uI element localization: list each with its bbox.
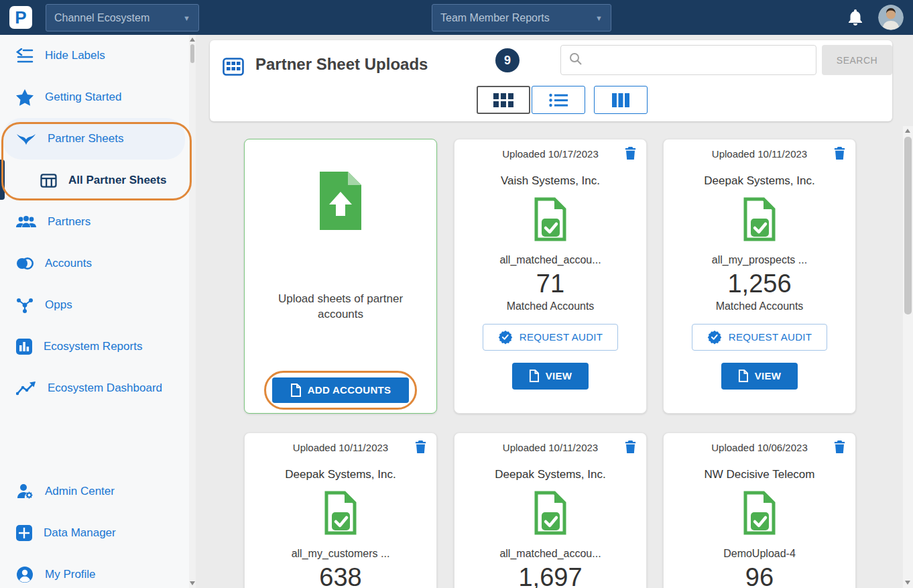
sidebar-item-label: Accounts (45, 257, 92, 270)
company-name: Deepak Systems, Inc. (285, 468, 395, 481)
sidebar-item-label: Ecosystem Dashboard (48, 381, 162, 395)
view-button[interactable]: VIEW (721, 363, 798, 390)
company-name: Deepak Systems, Inc. (495, 468, 605, 481)
user-avatar[interactable] (878, 5, 904, 30)
document-icon (290, 384, 301, 397)
trend-line-icon (16, 381, 36, 396)
sidebar-item-all-partner-sheets[interactable]: All Partner Sheets (0, 160, 196, 201)
document-icon (738, 369, 748, 382)
view-toggle-list[interactable] (532, 86, 585, 114)
matched-count: 1,697 (518, 564, 582, 588)
workspace-dropdown[interactable]: Channel Ecosystem ▼ (46, 4, 199, 32)
sheet-uploaded-icon (531, 197, 570, 244)
sheet-uploaded-icon (321, 491, 360, 538)
sidebar-item-label: Opps (45, 298, 72, 312)
uploaded-date: Uploaded 10/11/2023 (293, 442, 388, 453)
company-name: NW Decisive Telecom (704, 468, 814, 481)
sheet-filename: all_my_prospects ... (712, 254, 807, 266)
active-item-indicator (0, 160, 5, 200)
sheet-filename: all_my_customers ... (292, 548, 390, 560)
search-box (560, 45, 816, 75)
delete-icon[interactable] (833, 146, 846, 162)
sidebar-item-partners[interactable]: Partners (0, 201, 196, 243)
bar-chart-icon (16, 339, 32, 355)
sidebar-item-label: Hide Labels (45, 49, 105, 62)
sheet-card: Uploaded 10/17/2023 Vaish Systems, Inc. … (454, 139, 647, 414)
sidebar-item-hide-labels[interactable]: Hide Labels (0, 35, 196, 76)
view-toggle-grid[interactable] (477, 86, 530, 114)
scroll-down-arrow-icon[interactable] (190, 581, 195, 585)
company-name: Vaish Systems, Inc. (501, 174, 600, 188)
content-scrollbar-thumb[interactable] (904, 137, 912, 314)
topbar: P Channel Ecosystem ▼ Team Member Report… (0, 0, 913, 35)
network-nodes-icon (16, 297, 34, 313)
grid-view-icon (493, 93, 513, 107)
list-view-icon (549, 93, 568, 107)
sidebar-item-opps[interactable]: Opps (0, 284, 196, 326)
scroll-up-arrow-icon[interactable] (190, 38, 195, 42)
content-scrollbar[interactable] (903, 126, 913, 588)
sidebar-item-label: My Profile (45, 568, 96, 581)
table-icon (40, 174, 57, 188)
scroll-up-arrow-icon[interactable] (905, 129, 910, 133)
workspace-dropdown-label: Channel Ecosystem (54, 12, 149, 24)
sidebar-item-label: Getting Started (45, 91, 121, 104)
delete-icon[interactable] (624, 146, 637, 162)
person-circle-icon (16, 566, 34, 583)
sheet-uploaded-icon (740, 491, 779, 538)
sidebar-item-data-manager[interactable]: Data Manager (0, 512, 196, 554)
view-toggle-columns[interactable] (594, 86, 648, 114)
scroll-down-arrow-icon[interactable] (905, 581, 910, 585)
sheet-filename: all_matched_accou... (499, 548, 601, 560)
search-button[interactable]: SEARCH (822, 45, 892, 75)
company-name: Deepak Systems, Inc. (704, 174, 814, 188)
sidebar-item-ecosystem-dashboard[interactable]: Ecosystem Dashboard (0, 367, 196, 409)
chevron-down-icon: ▼ (183, 14, 190, 22)
sidebar-item-getting-started[interactable]: Getting Started (0, 76, 196, 118)
search-input[interactable] (588, 46, 816, 74)
sidebar: Hide Labels Getting Started Partner Shee… (0, 35, 196, 588)
sidebar-item-partner-sheets[interactable]: Partner Sheets (3, 118, 185, 160)
matched-count: 638 (319, 564, 361, 588)
sheet-card: Uploaded 10/06/2023 NW Decisive Telecom … (663, 432, 856, 588)
overlapping-circles-icon (16, 256, 34, 271)
document-icon (529, 369, 539, 382)
search-icon (569, 52, 583, 68)
sidebar-scrollbar[interactable] (189, 35, 196, 588)
sidebar-item-my-profile[interactable]: My Profile (0, 554, 196, 588)
upload-count-badge: 9 (495, 48, 520, 72)
sheet-card: Uploaded 10/11/2023 Deepak Systems, Inc.… (244, 432, 437, 588)
report-dropdown[interactable]: Team Member Reports ▼ (432, 4, 611, 32)
sidebar-item-admin-center[interactable]: Admin Center (0, 471, 196, 512)
wings-icon (16, 132, 36, 145)
add-accounts-card: Upload sheets of partner accounts ADD AC… (244, 139, 437, 414)
people-icon (16, 215, 36, 229)
matched-count: 1,256 (727, 270, 791, 298)
delete-icon[interactable] (833, 440, 846, 456)
star-icon (16, 89, 34, 106)
sidebar-item-label: Partners (48, 215, 90, 229)
upload-description: Upload sheets of partner accounts (263, 292, 418, 322)
view-button[interactable]: VIEW (512, 363, 589, 390)
add-accounts-button[interactable]: ADD ACCOUNTS (272, 377, 409, 403)
delete-icon[interactable] (414, 440, 427, 456)
sidebar-item-ecosystem-reports[interactable]: Ecosystem Reports (0, 326, 196, 367)
sidebar-scrollbar-thumb[interactable] (190, 44, 194, 63)
sidebar-item-label: All Partner Sheets (68, 174, 166, 187)
collapse-menu-icon (16, 48, 34, 63)
sidebar-item-label: Admin Center (45, 485, 115, 498)
sidebar-item-accounts[interactable]: Accounts (0, 243, 196, 284)
delete-icon[interactable] (624, 440, 637, 456)
matched-count-label: Matched Accounts (716, 300, 804, 312)
sheet-uploads-icon (223, 58, 244, 78)
notifications-bell-icon[interactable] (848, 9, 863, 28)
app-logo[interactable]: P (9, 6, 32, 29)
sidebar-item-label: Data Manager (44, 526, 116, 540)
request-audit-button[interactable]: REQUEST AUDIT (692, 324, 827, 351)
uploaded-date: Uploaded 10/11/2023 (503, 442, 598, 453)
uploaded-date: Uploaded 10/17/2023 (502, 148, 598, 160)
matched-count-label: Matched Accounts (507, 300, 595, 312)
main-content: Partner Sheet Uploads 9 SEARCH (196, 35, 913, 588)
page-header-panel: Partner Sheet Uploads 9 SEARCH (210, 40, 892, 121)
request-audit-button[interactable]: REQUEST AUDIT (483, 324, 618, 351)
